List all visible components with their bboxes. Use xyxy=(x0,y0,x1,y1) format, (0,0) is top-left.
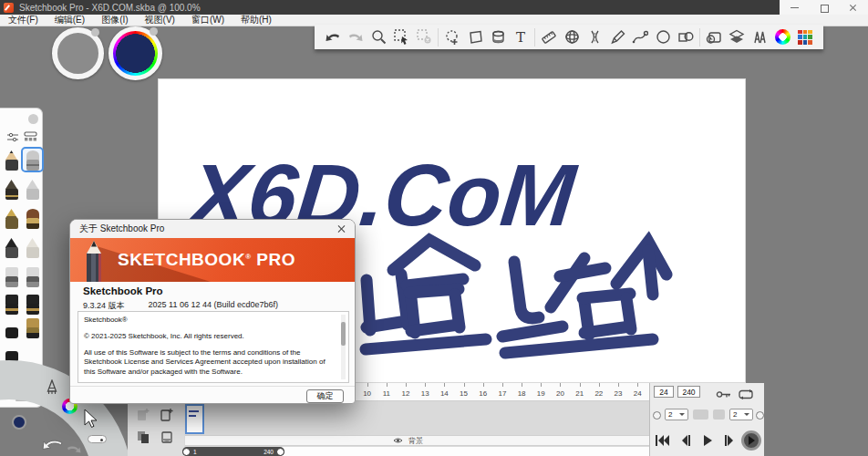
menu-item[interactable]: 帮助(H) xyxy=(232,14,280,26)
brush-item[interactable] xyxy=(2,340,21,362)
add-frame-icon[interactable] xyxy=(160,408,174,421)
close-icon[interactable] xyxy=(849,4,857,12)
palette-icon[interactable] xyxy=(796,28,814,47)
brush-item[interactable] xyxy=(2,207,21,229)
menu-item[interactable]: 文件(F) xyxy=(0,14,46,26)
keyframe-key-icon[interactable] xyxy=(716,387,732,403)
brush-item[interactable] xyxy=(2,178,21,200)
app-window: Sketchbook Pro - X6D.COM.skba @ 100.0% 文… xyxy=(0,0,868,456)
window-controls xyxy=(780,0,868,15)
lagoon-undo-icon[interactable] xyxy=(42,438,64,455)
shapes-icon[interactable] xyxy=(677,28,695,47)
menu-item[interactable]: 图像(I) xyxy=(93,14,136,26)
frame-thumbnail-1[interactable] xyxy=(185,404,204,434)
menu-item[interactable]: 编辑(E) xyxy=(46,14,93,26)
next-frame-icon[interactable] xyxy=(721,434,738,447)
hold-after-dropdown[interactable]: 2 xyxy=(729,409,753,420)
menu-item[interactable]: 视图(V) xyxy=(137,14,183,26)
layers-icon[interactable] xyxy=(728,28,746,47)
brush-library-icon[interactable] xyxy=(24,130,38,146)
range-handle-left[interactable] xyxy=(182,448,191,456)
dual-brush-icon[interactable] xyxy=(750,28,769,47)
current-frame-input[interactable] xyxy=(654,386,674,398)
skip-to-start-icon[interactable] xyxy=(654,434,670,447)
panel-handle-icon[interactable] xyxy=(28,114,38,124)
color-puck-pin-icon[interactable] xyxy=(150,27,158,36)
handwriting-chinese xyxy=(366,240,666,353)
hold-before-value: 2 xyxy=(668,410,672,419)
loop-icon[interactable] xyxy=(739,387,754,403)
brush-item[interactable] xyxy=(23,207,42,229)
duplicate-frame-icon[interactable] xyxy=(137,430,150,444)
ruler-number: 13 xyxy=(416,383,435,398)
timeline-range-track[interactable]: 1 240 xyxy=(185,447,649,456)
select-icon[interactable] xyxy=(392,28,410,47)
ruler-icon[interactable] xyxy=(540,28,558,47)
brush-item[interactable] xyxy=(23,293,42,315)
brush-item[interactable] xyxy=(2,265,21,287)
dialog-title-bar[interactable]: 关于 Sketchbook Pro xyxy=(70,220,355,238)
maximize-icon[interactable] xyxy=(820,4,828,12)
caret-down-icon xyxy=(744,413,749,416)
deselect-icon[interactable] xyxy=(415,28,433,47)
license-text[interactable]: Sketchbook®© 2021-2025 Sketchbook, Inc. … xyxy=(78,311,349,383)
play-flipbook-icon[interactable] xyxy=(741,430,761,451)
frame-tools xyxy=(128,401,184,456)
toolbar: T xyxy=(315,25,823,49)
curve-icon[interactable] xyxy=(631,28,649,47)
zoom-icon[interactable] xyxy=(369,28,388,47)
license-scrollbar-thumb[interactable] xyxy=(341,322,346,346)
brush-item[interactable] xyxy=(2,149,21,171)
ruler-number: 14 xyxy=(435,383,454,398)
brush-item[interactable] xyxy=(2,293,21,315)
hold-before-radio[interactable] xyxy=(653,411,661,420)
menu-item[interactable]: 窗口(W) xyxy=(183,14,232,26)
layer-visibility[interactable] xyxy=(393,437,403,444)
play-icon[interactable] xyxy=(699,434,716,447)
lagoon-brush-icon[interactable] xyxy=(46,379,58,399)
hold-before-dropdown[interactable]: 2 xyxy=(665,409,688,420)
lagoon-slider[interactable] xyxy=(88,435,107,443)
eye-icon[interactable] xyxy=(393,437,403,444)
dialog-close-icon[interactable] xyxy=(336,224,346,233)
brand-wordmark: SKETCHBOOK® PRO xyxy=(118,250,295,270)
symmetry-icon[interactable] xyxy=(585,28,604,47)
undo-icon[interactable] xyxy=(324,28,342,47)
previous-frame-icon[interactable] xyxy=(677,434,694,447)
hold-after-radio[interactable] xyxy=(756,411,764,420)
brush-item[interactable] xyxy=(23,316,42,338)
ellipse-icon[interactable] xyxy=(654,28,672,47)
brush-settings-icon[interactable] xyxy=(6,130,19,146)
brush-item[interactable] xyxy=(2,316,21,338)
redo-icon[interactable] xyxy=(346,28,365,47)
ruler-number: 24 xyxy=(628,383,647,398)
color-wheel-icon[interactable] xyxy=(773,28,791,47)
brush-item[interactable] xyxy=(2,236,21,258)
brush-item-selected[interactable] xyxy=(23,149,42,171)
background-layer-row[interactable]: 背景 xyxy=(185,435,649,446)
brush-item[interactable] xyxy=(23,265,42,287)
transform-icon[interactable] xyxy=(466,28,484,47)
ok-button[interactable]: 确定 xyxy=(306,389,344,403)
range-handle-right[interactable] xyxy=(276,448,284,456)
perspective-icon[interactable] xyxy=(563,28,581,47)
brush-puck-pin-icon[interactable] xyxy=(91,28,99,36)
brush-item[interactable] xyxy=(23,178,42,200)
add-keyframe-icon[interactable] xyxy=(137,408,150,421)
total-frames-input[interactable] xyxy=(677,386,700,398)
time-lapse-icon[interactable] xyxy=(705,28,723,47)
brush-item[interactable] xyxy=(23,236,42,258)
onion-skin-icon[interactable] xyxy=(160,430,174,444)
stylus-icon[interactable] xyxy=(608,28,626,47)
dialog-title: 关于 Sketchbook Pro xyxy=(79,223,164,235)
current-color-swatch[interactable] xyxy=(12,415,26,430)
add-selection-icon[interactable] xyxy=(443,28,461,47)
timeline-range-bar[interactable]: 1 240 xyxy=(182,447,284,456)
dialog-brand-header: SKETCHBOOK® PRO xyxy=(70,238,355,282)
minimize-icon[interactable] xyxy=(790,4,799,12)
fill-icon[interactable] xyxy=(489,28,507,47)
ruler-number: 22 xyxy=(589,383,608,398)
toolbar-separator xyxy=(438,28,439,47)
lagoon-redo-icon[interactable] xyxy=(67,441,82,456)
text-icon[interactable]: T xyxy=(512,28,530,47)
